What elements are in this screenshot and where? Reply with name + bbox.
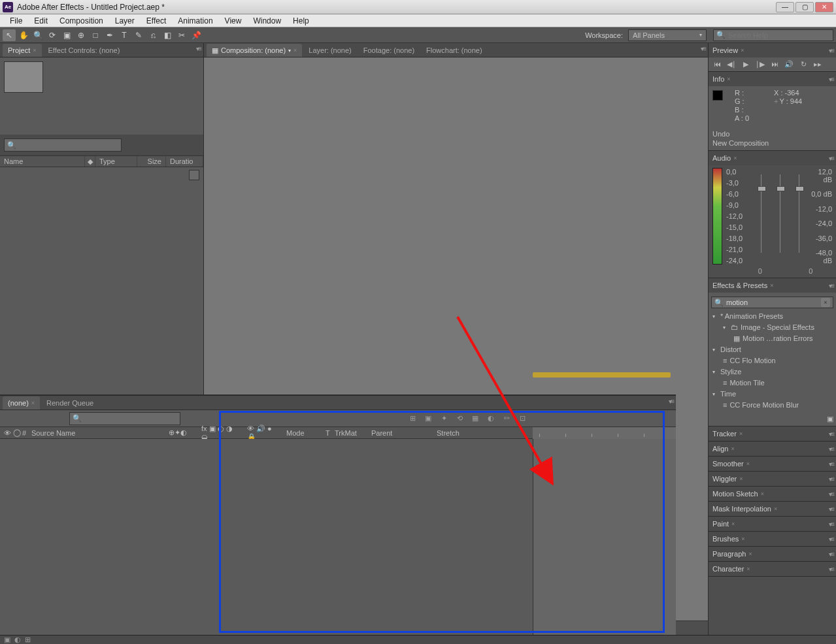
status-icon[interactable]: ▣ (4, 636, 10, 644)
panel-menu-icon[interactable]: ▾≡ (829, 506, 833, 513)
tree-item[interactable]: ▾🗀Image - Special Effects (711, 322, 833, 333)
shape-tool[interactable]: □ (89, 29, 102, 41)
panel-menu-icon[interactable]: ▾≡ (829, 491, 833, 498)
col-label-icon[interactable]: ◆ (85, 156, 95, 167)
brush-tool[interactable]: ✎ (132, 29, 145, 41)
tl-icon[interactable]: ▦ (469, 414, 481, 423)
clone-tool[interactable]: ⎌ (146, 29, 159, 41)
col-switches[interactable]: ⊕✦◐ (165, 428, 197, 437)
menu-file[interactable]: File (4, 16, 28, 25)
timeline-body[interactable] (0, 439, 676, 635)
tl-icon[interactable]: ✏ (501, 414, 512, 423)
tab-footage[interactable]: Footage: (none) (358, 44, 420, 57)
audio-slider-left[interactable] (761, 174, 761, 253)
clear-search-icon[interactable]: × (821, 298, 830, 307)
close-icon[interactable]: × (739, 430, 743, 437)
align-title[interactable]: Align (712, 445, 728, 453)
tree-item[interactable]: ≡Motion Tile (711, 378, 833, 389)
minimize-button[interactable]: — (776, 2, 794, 12)
time-graph-area[interactable] (533, 439, 676, 635)
next-frame-button[interactable]: ∣▶ (756, 60, 765, 69)
tab-render-queue[interactable]: Render Queue (41, 396, 99, 410)
mask-interpolation-title[interactable]: Mask Interpolation (712, 505, 771, 513)
panel-menu-icon[interactable]: ▾≡ (829, 76, 833, 83)
tab-timeline-none[interactable]: (none)× (3, 396, 40, 410)
close-icon[interactable]: × (731, 521, 735, 527)
timeline-search[interactable]: 🔍 (69, 412, 180, 425)
tab-effect-controls[interactable]: Effect Controls: (none) (43, 44, 125, 57)
menu-composition[interactable]: Composition (54, 16, 109, 25)
wiggler-title[interactable]: Wiggler (712, 475, 737, 483)
col-parent[interactable]: Parent (367, 429, 433, 437)
tree-item[interactable]: ≡CC Flo Motion (711, 355, 833, 366)
col-index[interactable]: # (18, 429, 27, 437)
close-icon[interactable]: × (293, 47, 297, 54)
project-search-input[interactable] (19, 141, 118, 149)
pan-behind-tool[interactable]: ⊕ (75, 29, 88, 41)
close-icon[interactable]: × (774, 506, 777, 512)
panel-menu-icon[interactable]: ▾≡ (829, 282, 833, 289)
panel-menu-icon[interactable]: ▾≡ (829, 536, 833, 543)
col-duration[interactable]: Duratio (166, 156, 203, 167)
audio-button[interactable]: 🔊 (784, 60, 794, 69)
status-icon[interactable]: ⊞ (25, 636, 31, 644)
col-trkmat[interactable]: TrkMat (331, 429, 367, 437)
text-tool[interactable]: T (118, 29, 131, 41)
close-icon[interactable]: × (741, 536, 744, 542)
panel-menu-icon[interactable]: ▾≡ (829, 460, 833, 468)
panel-menu-icon[interactable]: ▾≡ (829, 551, 833, 558)
tree-item[interactable]: ▾Distort (711, 344, 833, 355)
col-eye-icon[interactable]: 👁 (0, 429, 9, 437)
col-stretch[interactable]: Stretch (433, 429, 472, 437)
zoom-tool[interactable]: 🔍 (31, 29, 44, 41)
pen-tool[interactable]: ✒ (103, 29, 116, 41)
effects-search-input[interactable] (726, 298, 818, 306)
close-icon[interactable]: × (741, 47, 744, 54)
rotate-tool[interactable]: ⟳ (46, 29, 59, 41)
panel-menu-icon[interactable]: ▾≡ (829, 47, 833, 54)
last-frame-button[interactable]: ⏭ (770, 60, 779, 69)
panel-menu-icon[interactable]: ▾≡ (196, 45, 201, 52)
flowchart-icon[interactable] (189, 170, 199, 180)
close-icon[interactable]: × (746, 566, 750, 572)
col-t[interactable]: T (322, 429, 331, 437)
tl-icon[interactable]: ▣ (422, 414, 434, 423)
tree-item[interactable]: ▾* Animation Presets (711, 311, 833, 322)
close-icon[interactable]: × (33, 47, 36, 54)
close-icon[interactable]: × (31, 400, 35, 406)
project-search[interactable]: 🔍 (4, 138, 122, 152)
menu-edit[interactable]: Edit (28, 16, 54, 25)
audio-slider-link[interactable] (780, 174, 780, 253)
panel-menu-icon[interactable]: ▾≡ (829, 430, 833, 438)
close-icon[interactable]: × (739, 475, 743, 482)
loop-button[interactable]: ↻ (799, 60, 808, 69)
workspace-dropdown[interactable]: All Panels▾ (628, 29, 707, 41)
status-icon[interactable]: ◐ (14, 636, 21, 644)
col-name[interactable]: Name (0, 156, 85, 167)
tl-icon[interactable]: ⟲ (454, 414, 465, 423)
panel-menu-icon[interactable]: ▾≡ (701, 45, 705, 52)
play-button[interactable]: ▶ (741, 60, 750, 69)
panel-menu-icon[interactable]: ▾≡ (829, 475, 833, 483)
motion-sketch-title[interactable]: Motion Sketch (712, 490, 758, 498)
menu-view[interactable]: View (219, 16, 248, 25)
tracker-title[interactable]: Tracker (712, 430, 737, 438)
selection-tool[interactable]: ↖ (3, 29, 16, 41)
maximize-button[interactable]: ▢ (795, 2, 814, 12)
tree-item[interactable]: ▾Time (711, 389, 833, 400)
camera-tool[interactable]: ▣ (60, 29, 73, 41)
close-button[interactable]: ✕ (815, 2, 833, 12)
chevron-down-icon[interactable]: ▾ (288, 48, 291, 54)
tree-item[interactable]: ≡CC Force Motion Blur (711, 400, 833, 411)
panel-menu-icon[interactable]: ▾≡ (829, 155, 833, 162)
paragraph-title[interactable]: Paragraph (712, 550, 746, 558)
rotobrush-tool[interactable]: ✂ (175, 29, 188, 41)
panel-menu-icon[interactable]: ▾≡ (829, 445, 833, 453)
close-icon[interactable]: × (731, 445, 734, 452)
prev-frame-button[interactable]: ◀∣ (727, 60, 736, 69)
col-type[interactable]: Type (95, 156, 137, 167)
tab-layer[interactable]: Layer: (none) (303, 44, 356, 57)
menu-help[interactable]: Help (287, 16, 315, 25)
effects-search[interactable]: 🔍 × (711, 297, 833, 308)
tl-icon[interactable]: ⊞ (407, 414, 418, 423)
